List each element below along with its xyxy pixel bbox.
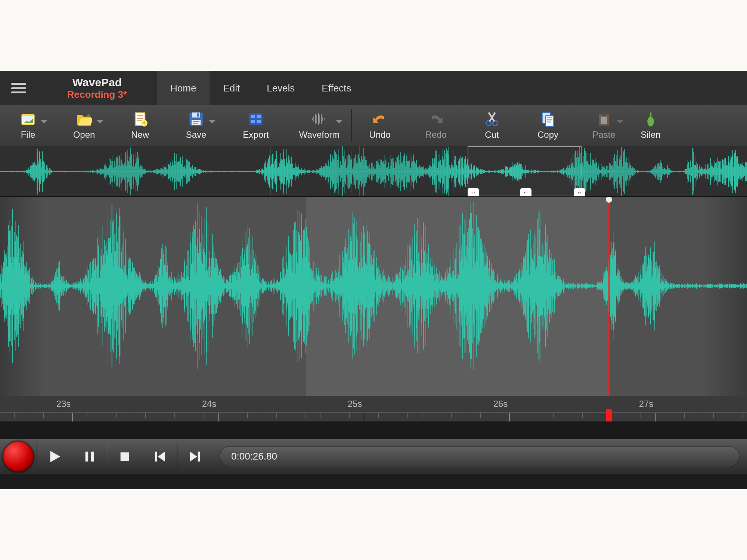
app-title: WavePad [72, 76, 122, 89]
file-button[interactable]: File [0, 105, 56, 146]
marker-handle[interactable]: ↔ [520, 188, 531, 197]
overview-waveform[interactable]: ↔ ↔ ↔ [0, 146, 747, 197]
svg-rect-24 [324, 118, 325, 120]
skip-forward-icon [188, 449, 202, 464]
svg-rect-14 [251, 120, 255, 123]
silence-button[interactable]: Silen [632, 105, 669, 146]
stop-icon [118, 449, 132, 464]
svg-rect-34 [601, 116, 607, 124]
svg-rect-39 [120, 452, 129, 461]
svg-rect-23 [322, 117, 323, 121]
header: WavePad Recording 3* Home Edit Levels Ef… [0, 71, 747, 105]
overview-canvas [0, 146, 747, 197]
play-icon [47, 449, 62, 464]
time-ruler[interactable]: 23s 24s 25s 26s 27s [0, 396, 747, 422]
copy-label: Copy [537, 130, 558, 140]
open-label: Open [73, 130, 95, 140]
playhead-line[interactable] [608, 197, 610, 396]
document-title: Recording 3* [67, 89, 127, 100]
svg-rect-30 [547, 119, 552, 120]
ruler-label: 25s [348, 399, 362, 409]
open-icon [76, 112, 92, 127]
pause-icon [83, 449, 97, 464]
redo-button[interactable]: Redo [408, 105, 464, 146]
next-button[interactable] [177, 443, 212, 470]
paste-button[interactable]: Paste [576, 105, 632, 146]
svg-rect-8 [192, 120, 201, 125]
undo-icon [372, 112, 388, 127]
save-label: Save [186, 130, 207, 140]
silence-icon [642, 112, 659, 127]
tab-effects[interactable]: Effects [308, 71, 365, 105]
svg-rect-12 [251, 115, 255, 118]
svg-rect-36 [650, 112, 651, 118]
svg-rect-31 [547, 121, 551, 122]
svg-rect-17 [313, 116, 314, 122]
stop-button[interactable] [107, 443, 142, 470]
ruler-label: 24s [202, 399, 217, 409]
redo-icon [428, 112, 444, 127]
tab-home[interactable]: Home [157, 71, 210, 105]
svg-rect-37 [85, 451, 88, 461]
save-button[interactable]: Save [168, 105, 224, 146]
waveform-label: Waveform [299, 130, 340, 140]
new-label: New [131, 130, 149, 140]
paste-label: Paste [592, 130, 615, 140]
export-label: Export [243, 130, 269, 140]
time-value: 0:00:26.80 [231, 451, 277, 462]
spacer [0, 474, 747, 489]
hamburger-icon [11, 83, 26, 93]
waveform-button[interactable]: Waveform [288, 105, 351, 146]
playhead-marker[interactable] [606, 409, 612, 422]
toolbar: File Open New Save [0, 105, 747, 146]
svg-rect-10 [193, 122, 198, 123]
svg-rect-15 [257, 120, 261, 123]
chevron-down-icon [41, 120, 47, 124]
play-button[interactable] [37, 443, 72, 470]
save-icon [188, 112, 204, 127]
svg-rect-7 [197, 113, 199, 116]
menu-button[interactable] [0, 71, 37, 105]
file-icon [20, 112, 36, 127]
app-window: WavePad Recording 3* Home Edit Levels Ef… [0, 71, 747, 489]
tab-edit[interactable]: Edit [210, 71, 253, 105]
spacer [0, 422, 747, 439]
svg-rect-33 [601, 112, 606, 116]
detail-waveform[interactable] [0, 197, 747, 396]
undo-button[interactable]: Undo [352, 105, 408, 146]
file-label: File [21, 130, 35, 140]
tab-bar: Home Edit Levels Effects [157, 71, 365, 105]
detail-canvas [0, 197, 747, 375]
svg-rect-41 [198, 451, 200, 461]
export-button[interactable]: Export [224, 105, 288, 146]
undo-label: Undo [369, 130, 390, 140]
paste-icon [596, 112, 612, 127]
ruler-label: 27s [639, 399, 654, 409]
copy-button[interactable]: Copy [520, 105, 576, 146]
ruler-label: 23s [56, 399, 71, 409]
new-icon [132, 112, 148, 127]
record-button[interactable] [3, 441, 34, 472]
copy-icon [540, 112, 556, 127]
export-icon [248, 112, 264, 127]
svg-rect-38 [91, 451, 94, 461]
svg-rect-21 [319, 115, 320, 123]
title-block: WavePad Recording 3* [37, 71, 157, 105]
pause-button[interactable] [72, 443, 107, 470]
tab-levels[interactable]: Levels [253, 71, 308, 105]
chevron-down-icon [336, 120, 342, 124]
svg-rect-40 [155, 451, 157, 461]
svg-rect-13 [257, 115, 261, 118]
open-button[interactable]: Open [56, 105, 112, 146]
ruler-label: 26s [493, 399, 508, 409]
silence-label: Silen [641, 130, 660, 140]
skip-back-icon [153, 449, 167, 464]
cut-button[interactable]: Cut [464, 105, 520, 146]
svg-rect-6 [192, 112, 200, 117]
svg-rect-22 [321, 114, 322, 124]
cut-icon [484, 112, 500, 127]
marker-handle[interactable]: ↔ [468, 188, 479, 197]
marker-handle[interactable]: ↔ [574, 188, 585, 197]
prev-button[interactable] [142, 443, 177, 470]
new-button[interactable]: New [112, 105, 168, 146]
